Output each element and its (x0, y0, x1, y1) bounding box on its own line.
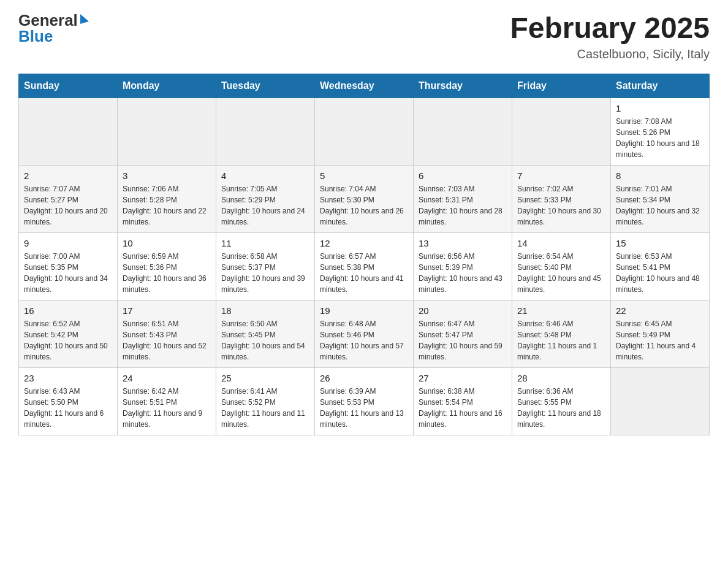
calendar-cell: 19Sunrise: 6:48 AMSunset: 5:46 PMDayligh… (315, 300, 414, 367)
calendar-cell: 5Sunrise: 7:04 AMSunset: 5:30 PMDaylight… (315, 165, 414, 232)
day-info: Sunrise: 6:51 AMSunset: 5:43 PMDaylight:… (123, 318, 211, 362)
day-number: 15 (616, 238, 704, 248)
calendar-header-wednesday: Wednesday (315, 74, 414, 98)
day-number: 10 (123, 238, 211, 248)
day-number: 8 (616, 170, 704, 181)
calendar-cell: 27Sunrise: 6:38 AMSunset: 5:54 PMDayligh… (414, 367, 512, 435)
calendar-header-tuesday: Tuesday (216, 74, 315, 98)
calendar-table: SundayMondayTuesdayWednesdayThursdayFrid… (18, 74, 710, 435)
calendar-cell (216, 98, 315, 165)
day-number: 3 (123, 170, 211, 181)
calendar-cell: 20Sunrise: 6:47 AMSunset: 5:47 PMDayligh… (414, 300, 512, 367)
day-info: Sunrise: 6:38 AMSunset: 5:54 PMDaylight:… (419, 386, 507, 430)
day-info: Sunrise: 7:01 AMSunset: 5:34 PMDaylight:… (616, 183, 704, 228)
calendar-cell (414, 98, 512, 165)
day-info: Sunrise: 6:39 AMSunset: 5:53 PMDaylight:… (320, 386, 408, 430)
day-info: Sunrise: 6:45 AMSunset: 5:49 PMDaylight:… (616, 318, 704, 362)
location-subtitle: Castelbuono, Sicily, Italy (510, 47, 710, 61)
day-info: Sunrise: 6:46 AMSunset: 5:48 PMDaylight:… (517, 318, 605, 362)
day-info: Sunrise: 6:48 AMSunset: 5:46 PMDaylight:… (320, 318, 408, 362)
calendar-cell: 24Sunrise: 6:42 AMSunset: 5:51 PMDayligh… (118, 367, 216, 435)
day-number: 13 (419, 238, 507, 248)
day-info: Sunrise: 7:07 AMSunset: 5:27 PMDaylight:… (24, 183, 112, 228)
calendar-cell: 2Sunrise: 7:07 AMSunset: 5:27 PMDaylight… (19, 165, 118, 232)
day-number: 7 (517, 170, 605, 181)
calendar-cell (315, 98, 414, 165)
logo-blue-text: Blue (18, 28, 89, 44)
day-number: 17 (123, 305, 211, 316)
calendar-cell: 12Sunrise: 6:57 AMSunset: 5:38 PMDayligh… (315, 232, 414, 300)
day-number: 22 (616, 305, 704, 316)
day-info: Sunrise: 6:42 AMSunset: 5:51 PMDaylight:… (123, 386, 211, 430)
day-number: 28 (517, 373, 605, 383)
calendar-cell (19, 98, 118, 165)
day-number: 5 (320, 170, 408, 181)
calendar-cell: 6Sunrise: 7:03 AMSunset: 5:31 PMDaylight… (414, 165, 512, 232)
day-number: 6 (419, 170, 507, 181)
calendar-header-thursday: Thursday (414, 74, 512, 98)
day-number: 18 (221, 305, 309, 316)
day-info: Sunrise: 6:41 AMSunset: 5:52 PMDaylight:… (221, 386, 309, 430)
calendar-header-row: SundayMondayTuesdayWednesdayThursdayFrid… (19, 74, 710, 98)
day-info: Sunrise: 6:47 AMSunset: 5:47 PMDaylight:… (419, 318, 507, 362)
day-info: Sunrise: 6:59 AMSunset: 5:36 PMDaylight:… (123, 251, 211, 295)
day-info: Sunrise: 6:52 AMSunset: 5:42 PMDaylight:… (24, 318, 112, 362)
day-info: Sunrise: 7:04 AMSunset: 5:30 PMDaylight:… (320, 183, 408, 228)
title-area: February 2025 Castelbuono, Sicily, Italy (510, 12, 710, 61)
day-info: Sunrise: 6:57 AMSunset: 5:38 PMDaylight:… (320, 251, 408, 295)
calendar-cell: 18Sunrise: 6:50 AMSunset: 5:45 PMDayligh… (216, 300, 315, 367)
calendar-week-row: 1Sunrise: 7:08 AMSunset: 5:26 PMDaylight… (19, 98, 710, 165)
day-info: Sunrise: 6:36 AMSunset: 5:55 PMDaylight:… (517, 386, 605, 430)
calendar-cell: 8Sunrise: 7:01 AMSunset: 5:34 PMDaylight… (611, 165, 710, 232)
calendar-header-sunday: Sunday (19, 74, 118, 98)
logo-triangle-icon (80, 14, 89, 26)
day-info: Sunrise: 6:54 AMSunset: 5:40 PMDaylight:… (517, 251, 605, 295)
day-number: 20 (419, 305, 507, 316)
day-number: 16 (24, 305, 112, 316)
logo-general-text: General (18, 12, 78, 28)
calendar-cell: 11Sunrise: 6:58 AMSunset: 5:37 PMDayligh… (216, 232, 315, 300)
calendar-cell: 4Sunrise: 7:05 AMSunset: 5:29 PMDaylight… (216, 165, 315, 232)
calendar-cell: 21Sunrise: 6:46 AMSunset: 5:48 PMDayligh… (512, 300, 611, 367)
day-number: 9 (24, 238, 112, 248)
calendar-week-row: 9Sunrise: 7:00 AMSunset: 5:35 PMDaylight… (19, 232, 710, 300)
calendar-cell: 26Sunrise: 6:39 AMSunset: 5:53 PMDayligh… (315, 367, 414, 435)
calendar-cell: 1Sunrise: 7:08 AMSunset: 5:26 PMDaylight… (611, 98, 710, 165)
day-number: 21 (517, 305, 605, 316)
calendar-cell: 23Sunrise: 6:43 AMSunset: 5:50 PMDayligh… (19, 367, 118, 435)
calendar-cell: 16Sunrise: 6:52 AMSunset: 5:42 PMDayligh… (19, 300, 118, 367)
day-number: 25 (221, 373, 309, 383)
calendar-header-saturday: Saturday (611, 74, 710, 98)
month-title: February 2025 (510, 12, 710, 45)
day-number: 11 (221, 238, 309, 248)
calendar-cell: 17Sunrise: 6:51 AMSunset: 5:43 PMDayligh… (118, 300, 216, 367)
day-number: 26 (320, 373, 408, 383)
day-number: 2 (24, 170, 112, 181)
day-number: 24 (123, 373, 211, 383)
calendar-cell (611, 367, 710, 435)
day-number: 4 (221, 170, 309, 181)
calendar-cell: 22Sunrise: 6:45 AMSunset: 5:49 PMDayligh… (611, 300, 710, 367)
day-info: Sunrise: 6:58 AMSunset: 5:37 PMDaylight:… (221, 251, 309, 295)
calendar-header-monday: Monday (118, 74, 216, 98)
calendar-cell: 7Sunrise: 7:02 AMSunset: 5:33 PMDaylight… (512, 165, 611, 232)
calendar-cell: 3Sunrise: 7:06 AMSunset: 5:28 PMDaylight… (118, 165, 216, 232)
day-info: Sunrise: 7:08 AMSunset: 5:26 PMDaylight:… (616, 116, 704, 160)
day-info: Sunrise: 7:02 AMSunset: 5:33 PMDaylight:… (517, 183, 605, 228)
calendar-cell (512, 98, 611, 165)
day-info: Sunrise: 6:50 AMSunset: 5:45 PMDaylight:… (221, 318, 309, 362)
calendar-cell: 13Sunrise: 6:56 AMSunset: 5:39 PMDayligh… (414, 232, 512, 300)
day-info: Sunrise: 7:06 AMSunset: 5:28 PMDaylight:… (123, 183, 211, 228)
calendar-week-row: 2Sunrise: 7:07 AMSunset: 5:27 PMDaylight… (19, 165, 710, 232)
day-info: Sunrise: 6:43 AMSunset: 5:50 PMDaylight:… (24, 386, 112, 430)
calendar-cell: 9Sunrise: 7:00 AMSunset: 5:35 PMDaylight… (19, 232, 118, 300)
day-info: Sunrise: 6:56 AMSunset: 5:39 PMDaylight:… (419, 251, 507, 295)
day-info: Sunrise: 7:03 AMSunset: 5:31 PMDaylight:… (419, 183, 507, 228)
day-number: 12 (320, 238, 408, 248)
calendar-header-friday: Friday (512, 74, 611, 98)
day-number: 23 (24, 373, 112, 383)
page-header: General Blue February 2025 Castelbuono, … (18, 12, 710, 61)
day-info: Sunrise: 6:53 AMSunset: 5:41 PMDaylight:… (616, 251, 704, 295)
calendar-cell: 10Sunrise: 6:59 AMSunset: 5:36 PMDayligh… (118, 232, 216, 300)
calendar-cell: 25Sunrise: 6:41 AMSunset: 5:52 PMDayligh… (216, 367, 315, 435)
